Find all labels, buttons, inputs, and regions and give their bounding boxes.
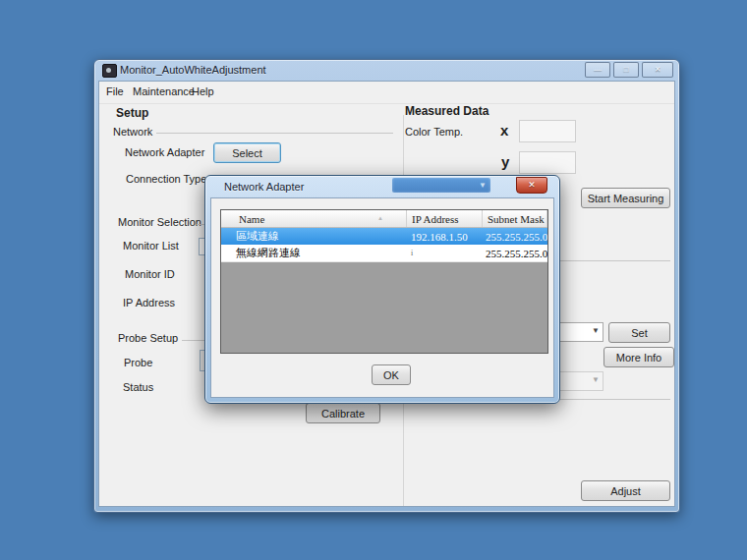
ip-address-label: IP Address [123, 297, 175, 308]
close-button[interactable]: ✕ [642, 62, 673, 78]
main-window-titlebar[interactable]: Monitor_AutoWhiteAdjustment — □ ✕ [94, 60, 679, 81]
dialog-title: Network Adapter [224, 181, 304, 193]
window-title: Monitor_AutoWhiteAdjustment [120, 64, 266, 76]
dialog-close-button[interactable]: ✕ [516, 177, 547, 194]
network-adapter-dialog: Network Adapter ✕ Name IP Address Subnet… [204, 175, 560, 404]
chevron-down-icon: ▼ [592, 375, 600, 384]
menu-file[interactable]: File [106, 85, 124, 97]
dialog-titlebar[interactable]: Network Adapter ✕ [205, 176, 559, 196]
network-group-rule [156, 133, 393, 134]
adapter-table-header: Name IP Address Subnet Mask ▲ [221, 210, 547, 228]
adapter-ip: 192.168.1.50 [406, 231, 481, 243]
sort-ascending-icon: ▲ [377, 215, 383, 221]
measured-data-title: Measured Data [405, 104, 488, 118]
network-group-label: Network [113, 126, 152, 138]
calibrate-button[interactable]: Calibrate [306, 403, 380, 423]
x-value-field[interactable] [519, 120, 576, 142]
minimize-button[interactable]: — [585, 62, 610, 78]
start-measuring-button[interactable]: Start Measuring [581, 188, 670, 208]
status-label: Status [123, 381, 153, 393]
table-row[interactable]: 無線網路連線 i 255.255.255.0 [221, 245, 547, 262]
more-info-button[interactable]: More Info [603, 347, 674, 367]
combobox-bleed-artifact: ▼ [392, 178, 490, 193]
table-row[interactable]: 區域連線 192.168.1.50 255.255.255.0 [221, 228, 547, 245]
column-header-mask[interactable]: Subnet Mask [483, 210, 547, 227]
color-temp-label: Color Temp. [405, 126, 463, 138]
monitor-selection-group-label: Monitor Selection [118, 216, 201, 228]
chevron-down-icon: ▼ [479, 181, 487, 190]
maximize-button[interactable]: □ [613, 62, 639, 78]
adapter-table: Name IP Address Subnet Mask ▲ 區域連線 192.1… [220, 209, 548, 354]
adapter-name: 區域連線 [221, 229, 406, 244]
app-icon [102, 64, 117, 78]
adapter-mask: 255.255.255.0 [481, 248, 547, 259]
probe-label: Probe [124, 357, 152, 368]
dialog-client: Name IP Address Subnet Mask ▲ 區域連線 192.1… [210, 197, 554, 398]
menu-maintenance[interactable]: Maintenance [133, 85, 195, 97]
setup-section-title: Setup [116, 106, 148, 120]
adapter-name: 無線網路連線 [221, 246, 406, 260]
ok-button[interactable]: OK [372, 364, 411, 385]
probe-setup-group-label: Probe Setup [118, 332, 178, 344]
chevron-down-icon: ▼ [592, 326, 600, 335]
column-header-ip[interactable]: IP Address [407, 210, 483, 227]
y-value-field[interactable] [519, 151, 576, 174]
adjust-button[interactable]: Adjust [581, 480, 670, 501]
adapter-ip: i [406, 249, 481, 257]
x-label: x [500, 122, 508, 139]
table-empty-area [221, 262, 547, 353]
network-adapter-label: Network Adapter [125, 146, 204, 158]
monitor-id-label: Monitor ID [125, 268, 175, 280]
adapter-mask: 255.255.255.0 [481, 231, 547, 243]
y-label: y [501, 153, 509, 170]
desktop: Monitor_AutoWhiteAdjustment — □ ✕ File M… [0, 0, 747, 560]
set-button[interactable]: Set [608, 322, 670, 343]
menu-bar: File Maintenance Help [99, 82, 674, 104]
connection-type-label: Connection Type [126, 173, 206, 185]
select-button[interactable]: Select [213, 142, 281, 163]
menu-help[interactable]: Help [192, 85, 214, 97]
monitor-list-label: Monitor List [123, 240, 179, 252]
